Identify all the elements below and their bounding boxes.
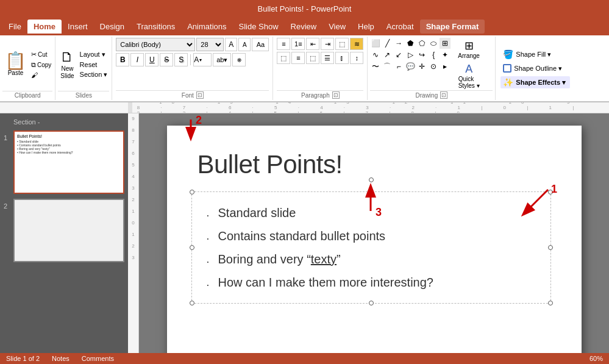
- cut-icon: ✂: [31, 51, 37, 59]
- drawing-group: ⬜ ╱ → ⬟ ⬠ ⬭ ⊞ ∿ ↗ ↙ ▷ ↪ { ✦: [368, 37, 496, 100]
- separator: [190, 54, 191, 65]
- line-spacing-button[interactable]: ↕: [350, 52, 363, 64]
- menu-view[interactable]: View: [322, 20, 352, 34]
- handle-bottom-right[interactable]: [548, 301, 553, 305]
- zoom-level: 60%: [589, 355, 603, 362]
- strikethrough-button[interactable]: S: [160, 53, 173, 66]
- menu-acrobat[interactable]: Acrobat: [380, 20, 420, 34]
- layout-button[interactable]: Layout ▾: [78, 50, 110, 59]
- slide-canvas[interactable]: Bullet Points! • Standard slide: [167, 126, 582, 353]
- slide-thumbnail-2[interactable]: 2: [13, 199, 124, 262]
- menu-file[interactable]: File: [2, 20, 27, 34]
- menu-help[interactable]: Help: [352, 20, 380, 34]
- shape-cylinder[interactable]: ⬠: [416, 38, 427, 49]
- shape-more[interactable]: ⊞: [440, 38, 451, 49]
- shape-oval[interactable]: ⬭: [428, 38, 439, 49]
- section-label: Section -: [13, 118, 124, 126]
- shape-triangle[interactable]: ▷: [405, 49, 416, 60]
- paragraph-group-label: Paragraph ⊡: [277, 90, 363, 99]
- shape-line[interactable]: ╱: [382, 38, 393, 49]
- shape-callout[interactable]: 💬: [405, 61, 416, 72]
- shape-outline-button[interactable]: Shape Outline ▾: [500, 63, 570, 74]
- shape-corner[interactable]: ⌐: [393, 61, 404, 72]
- decrease-font-button[interactable]: A: [238, 38, 251, 51]
- clear-format-button[interactable]: ⎈: [232, 53, 246, 66]
- shape-cross[interactable]: ✛: [416, 61, 427, 72]
- slide-thumbnail-1[interactable]: 1 Bullet Points! • Standard slide • Cont…: [13, 130, 124, 194]
- shape-bent-arrow[interactable]: ↪: [416, 49, 427, 60]
- font-color-button[interactable]: A▾: [193, 53, 212, 66]
- new-slide-icon: 🗋: [60, 49, 74, 65]
- paragraph-dialog-launcher[interactable]: ⊡: [332, 91, 340, 99]
- handle-left-mid[interactable]: [190, 245, 194, 250]
- underline-button[interactable]: U: [145, 53, 158, 66]
- increase-indent-button[interactable]: ⇥: [321, 38, 334, 50]
- shape-star[interactable]: ✦: [440, 49, 451, 60]
- comments-button[interactable]: Comments: [82, 355, 114, 362]
- handle-right-mid[interactable]: [548, 245, 553, 250]
- new-slide-button[interactable]: 🗋 NewSlide: [58, 48, 76, 81]
- increase-font-button[interactable]: A: [225, 38, 237, 51]
- shape-curved-connector[interactable]: ⌒: [382, 61, 393, 72]
- shape-no-symbol[interactable]: ⊙: [428, 61, 439, 72]
- shape-effects-button[interactable]: ✨ Shape Effects ▾: [500, 76, 570, 88]
- reset-button[interactable]: Reset: [78, 60, 110, 69]
- shape-arrow-right[interactable]: →: [393, 38, 404, 49]
- menu-home[interactable]: Home: [27, 20, 62, 34]
- bold-button[interactable]: B: [116, 53, 129, 66]
- decrease-indent-button[interactable]: ⇤: [306, 38, 319, 50]
- format-painter-button[interactable]: 🖌: [30, 71, 52, 79]
- ribbon: 📋 Paste ✂Cut ⧉Copy 🖌 Clipboard 🗋 NewS: [0, 35, 609, 102]
- menu-bar: File Home Insert Design Transitions Anim…: [0, 17, 609, 35]
- handle-bottom-mid[interactable]: [369, 301, 374, 305]
- slide-number-1: 1: [4, 134, 7, 141]
- arrange-icon: ⊞: [465, 39, 474, 52]
- font-group-label: Font ⊡: [116, 90, 269, 99]
- numbering-button[interactable]: 1≡: [291, 38, 305, 50]
- italic-button[interactable]: I: [130, 53, 144, 66]
- menu-transitions[interactable]: Transitions: [130, 20, 181, 34]
- handle-bottom-left[interactable]: [190, 301, 194, 305]
- menu-animations[interactable]: Animations: [181, 20, 232, 34]
- shape-wave[interactable]: 〜: [370, 61, 381, 72]
- menu-shape-format[interactable]: Shape Format: [420, 20, 485, 34]
- menu-design[interactable]: Design: [94, 20, 130, 34]
- change-case-button[interactable]: Aa: [252, 38, 269, 51]
- handle-top-left[interactable]: [190, 190, 194, 194]
- shape-outline-icon: [503, 64, 511, 73]
- menu-slideshow[interactable]: Slide Show: [232, 20, 284, 34]
- shape-curve[interactable]: ∿: [370, 49, 381, 60]
- font-size-select[interactable]: 28: [196, 38, 224, 51]
- bullets-button[interactable]: ≡: [277, 38, 290, 50]
- shape-extras[interactable]: ▸: [440, 61, 451, 72]
- shape-fill-button[interactable]: 🪣 Shape Fill ▾: [500, 48, 570, 60]
- paste-button[interactable]: 📋 Paste: [2, 51, 29, 77]
- notes-button[interactable]: Notes: [52, 355, 69, 362]
- bullet-text-4: How can I make them more interesting?: [218, 273, 434, 291]
- copy-button[interactable]: ⧉Copy: [30, 60, 52, 70]
- section-button[interactable]: Section ▾: [78, 70, 110, 79]
- font-dialog-launcher[interactable]: ⊡: [196, 91, 204, 99]
- columns-button[interactable]: ⫿: [335, 52, 349, 64]
- text-direction-button[interactable]: ⬚: [335, 38, 349, 50]
- align-left-button[interactable]: ⬚: [277, 52, 290, 64]
- shape-brace[interactable]: {: [428, 49, 439, 60]
- arrange-button[interactable]: ⊞ Arrange: [455, 38, 482, 60]
- main-area: Section - 1 Bullet Points! • Standard sl…: [0, 113, 609, 353]
- shape-rect[interactable]: ⬜: [370, 38, 381, 49]
- shape-double-arrow[interactable]: ↗: [382, 49, 393, 60]
- drawing-dialog-launcher[interactable]: ⊡: [440, 91, 447, 99]
- quick-styles-button[interactable]: A QuickStyles ▾: [455, 62, 482, 90]
- menu-insert[interactable]: Insert: [62, 20, 94, 34]
- shape-left-right-arrow[interactable]: ↙: [393, 49, 404, 60]
- align-center-button[interactable]: ≡: [291, 52, 305, 64]
- shape-pentagon[interactable]: ⬟: [405, 38, 416, 49]
- font-family-select[interactable]: Calibri (Body): [116, 38, 195, 51]
- justify-button[interactable]: ☰: [321, 52, 334, 64]
- align-right-button[interactable]: ⬚: [306, 52, 319, 64]
- cut-button[interactable]: ✂Cut: [30, 50, 52, 59]
- convert-smartart-button[interactable]: ≋: [350, 38, 363, 50]
- highlight-button[interactable]: ab▾: [213, 53, 231, 66]
- shadow-button[interactable]: S: [174, 53, 188, 66]
- menu-review[interactable]: Review: [285, 20, 323, 34]
